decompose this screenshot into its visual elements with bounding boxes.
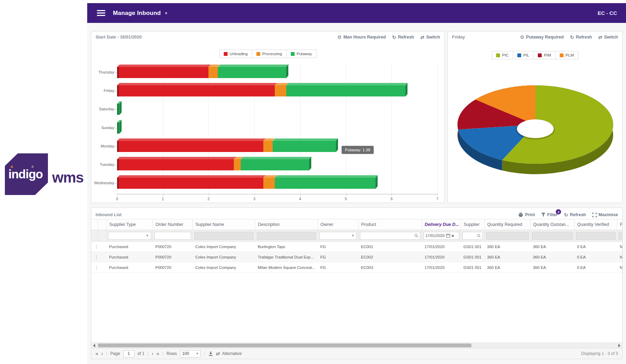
bar-segment-processing[interactable] (263, 178, 275, 189)
column-header-order-number[interactable]: Order Number (153, 219, 192, 230)
cell: 17/01/2020 (422, 262, 461, 273)
axis-tick (437, 194, 438, 195)
bar-segment-unloading[interactable] (117, 85, 275, 96)
filter-cell (98, 230, 106, 242)
bar-segment-putaway[interactable] (241, 159, 310, 170)
column-header-supplier-type[interactable]: Supplier Type (106, 219, 153, 230)
clear-filter-icon[interactable]: × (452, 233, 454, 238)
rows-per-page-select[interactable]: 100 ▼ (180, 350, 201, 357)
bar-friday (117, 85, 437, 96)
filter-dropdown[interactable]: ▼ (319, 232, 357, 240)
column-header-pre[interactable]: Pre (617, 219, 622, 230)
column-header-owner[interactable]: Owner (318, 219, 358, 230)
column-header-quantity-outstan-[interactable]: Quantity Outstan... (530, 219, 574, 230)
refresh-icon: ↻ (392, 35, 396, 40)
row-menu-icon[interactable]: ⋮ (91, 252, 98, 262)
bar-segment-end-face (405, 83, 407, 96)
row-spacer-cell (98, 242, 106, 252)
filter-count-badge: 2 (556, 209, 561, 214)
bar-segment-unloading[interactable] (117, 159, 234, 170)
download-button[interactable] (208, 352, 213, 356)
pie-chart[interactable] (448, 32, 622, 191)
bar-segment-processing[interactable] (234, 159, 241, 170)
axis-tick-label: 7 (436, 197, 438, 201)
horizontal-scrollbar[interactable] (91, 342, 622, 348)
bar-segment-processing[interactable] (208, 67, 217, 78)
first-page-button[interactable]: « (96, 351, 98, 356)
filter-cell (255, 230, 318, 242)
filter-date-input[interactable]: 17/01/2020× (423, 232, 459, 240)
cell: Purchased (106, 242, 153, 252)
column-header-product[interactable]: Product (358, 219, 422, 230)
column-header-description[interactable]: Description (255, 219, 318, 230)
bar-segment-putaway[interactable] (117, 104, 120, 115)
filter-cell (484, 230, 530, 242)
bar-segment-processing[interactable] (263, 141, 272, 152)
displaying-count: Displaying 1 - 3 of 3 (581, 351, 618, 356)
bar-segment-processing[interactable] (275, 85, 286, 96)
scrollbar-thumb[interactable] (98, 344, 471, 347)
category-label: Friday (89, 88, 114, 93)
bar-segment-unloading[interactable] (117, 67, 208, 78)
column-header-quantity-verified[interactable]: Quantity Verified (574, 219, 617, 230)
bar-segment-top-face (241, 157, 312, 159)
bar-segment-putaway[interactable] (273, 141, 336, 152)
search-icon[interactable] (414, 234, 418, 238)
bar-segment-unloading[interactable] (117, 141, 263, 152)
gear-icon: ⚙ (337, 35, 342, 40)
bar-segment-putaway[interactable] (275, 178, 376, 189)
filter-search-input[interactable] (462, 232, 483, 240)
scroll-right-arrow-icon[interactable] (618, 344, 620, 347)
bar-thursday (117, 67, 437, 78)
bar-segment-putaway[interactable] (218, 67, 287, 78)
list-panel-header: Inbound List Print 2 Filter 2 ↻ Refres (91, 208, 622, 219)
category-label: Monday (89, 144, 114, 148)
calendar-icon[interactable] (446, 234, 450, 238)
search-icon[interactable] (477, 234, 481, 238)
column-header-supplier[interactable]: Supplier (461, 219, 484, 230)
table-row[interactable]: ⋮PurchasedP000720Coles Import CompanyMil… (91, 262, 622, 273)
cell: No (617, 252, 622, 262)
bar-refresh-button[interactable]: ↻ Refresh (392, 35, 414, 40)
column-header-supplier-name[interactable]: Supplier Name (192, 219, 255, 230)
maximise-button[interactable]: Maximise (592, 212, 618, 217)
rows-label: Rows (166, 351, 177, 356)
filter-search-input[interactable] (360, 232, 420, 240)
bar-segment-unloading[interactable] (117, 178, 263, 189)
page-title-dropdown[interactable]: Manage Inbound ▼ (113, 10, 168, 17)
bar-segment-top-face (117, 138, 266, 141)
bar-monday (117, 141, 437, 152)
scroll-left-arrow-icon[interactable] (93, 344, 95, 347)
filter-text-input[interactable] (154, 232, 191, 240)
last-page-button[interactable]: » (156, 351, 159, 356)
alternative-toggle[interactable]: ⇄ Alternative (216, 351, 242, 356)
bar-switch-button[interactable]: ⇄ Switch (420, 35, 440, 40)
row-menu-icon[interactable]: ⋮ (91, 262, 98, 273)
cell: Milan Modern Square Conceal... (255, 262, 318, 273)
bar-segment-putaway[interactable] (286, 85, 405, 96)
filter-button[interactable]: Filter 2 (541, 212, 558, 217)
next-page-button[interactable]: › (152, 351, 154, 356)
axis-tick-label: 4 (299, 197, 301, 201)
grid-refresh-button[interactable]: ↻ Refresh (564, 212, 586, 217)
bar-segment-putaway[interactable] (117, 122, 120, 134)
row-menu-icon[interactable]: ⋮ (91, 242, 98, 252)
bar-saturday (117, 104, 437, 115)
filter-dropdown[interactable]: ▼ (108, 232, 151, 240)
column-header-quantity-required[interactable]: Quantity Required (484, 219, 530, 230)
category-tick (115, 183, 117, 184)
category-tick (115, 128, 117, 128)
cell: 360 EA (530, 252, 574, 262)
man-hours-required-button[interactable]: ⚙ Man Hours Required (337, 35, 386, 40)
table-row[interactable]: ⋮PurchasedP000720Coles Import CompanyTra… (91, 252, 622, 262)
table-row[interactable]: ⋮PurchasedP000720Coles Import CompanyBur… (91, 242, 622, 252)
menu-hamburger-icon[interactable] (97, 10, 105, 16)
prev-page-button[interactable]: ‹ (101, 351, 103, 356)
page-number-input[interactable]: 1 (123, 350, 134, 357)
print-button[interactable]: Print 2 (518, 212, 535, 217)
column-header-delivery-due-d-[interactable]: Delivery Due D... (422, 219, 461, 230)
filter-disabled (257, 232, 316, 240)
cell: GS01 001 (461, 252, 484, 262)
x-axis (117, 194, 437, 194)
bar-wednesday (117, 178, 437, 189)
